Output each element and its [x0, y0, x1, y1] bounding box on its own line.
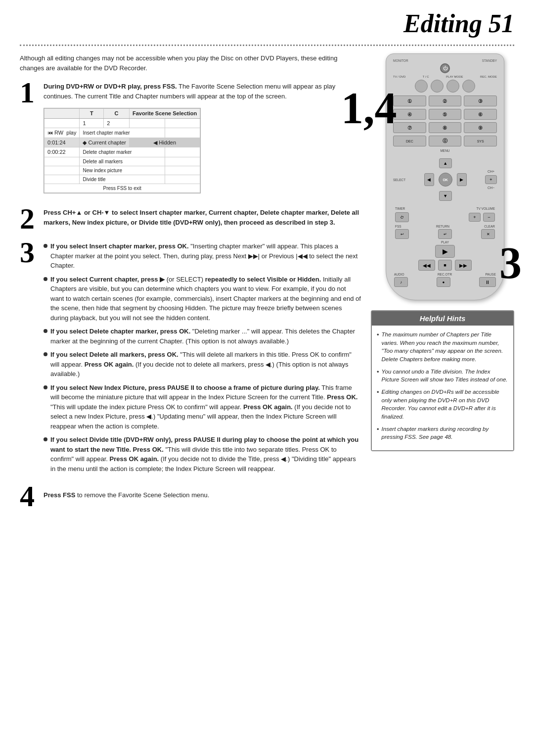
- rec-otr-label: REC.OTR: [438, 273, 452, 276]
- play-button[interactable]: ▶: [435, 245, 455, 258]
- rec-mode-label: REC. MODE: [480, 75, 497, 78]
- step-3: 3 If you select Insert chapter marker, p…: [20, 241, 361, 477]
- remote-section: 1,4 3 MONITOR STANDBY ⏻ TV / DVD T / C P…: [371, 53, 514, 300]
- vol-plus-button[interactable]: +: [469, 213, 481, 222]
- pause-button[interactable]: ⏸: [479, 277, 496, 287]
- tc-label: T / C: [423, 75, 429, 78]
- clear-label: CLEAR: [484, 225, 495, 228]
- step-3-content: If you select Insert chapter marker, pre…: [44, 241, 361, 477]
- fss-table: T C Favorite Scene Selection 1 2: [44, 108, 201, 193]
- play-label: PLAY: [393, 240, 497, 244]
- return-label: RETURN: [436, 225, 449, 228]
- btn-dec[interactable]: DEC: [393, 136, 426, 146]
- btn-0[interactable]: ⓪: [429, 136, 462, 146]
- pause-label: PAUSE: [485, 273, 496, 276]
- helpful-hints-title: Helpful Hints: [372, 311, 513, 326]
- timer-button[interactable]: ⏱: [395, 212, 409, 222]
- btn-6[interactable]: ⑥: [464, 109, 497, 120]
- step-4-number: 4: [20, 481, 39, 511]
- timer-label: TIMER: [395, 207, 405, 210]
- number-grid: ① ② ③ ④ ⑤ ⑥ ⑦ ⑧ ⑨ DEC ⓪ SYS: [393, 95, 497, 146]
- tv-volume-label: TV VOLUME: [476, 207, 495, 210]
- bullet-dot: [44, 244, 47, 248]
- left-column: Although all editing changes may not be …: [20, 53, 361, 511]
- helpful-hints-body: • The maximum number of Chapters per Tit…: [372, 326, 513, 450]
- hint-2: • You cannot undo a Title division. The …: [377, 368, 508, 384]
- hint-4: • Insert chapter markers during recordin…: [377, 425, 508, 441]
- audio-button[interactable]: ♪: [394, 277, 408, 287]
- ch-minus-label: CH−: [488, 186, 494, 189]
- fss-label: FSS: [395, 225, 401, 228]
- hint-text-2: You cannot undo a Title division. The In…: [382, 368, 508, 384]
- ch-plus-button[interactable]: ▲: [439, 158, 452, 168]
- btn-1[interactable]: ①: [393, 95, 426, 106]
- hint-text-4: Insert chapter markers during recording …: [382, 425, 508, 441]
- btn-system[interactable]: SYS: [464, 136, 497, 146]
- step-3-number: 3: [20, 237, 39, 267]
- page-title: Editing 51: [403, 9, 514, 38]
- rec-otr-button[interactable]: ●: [437, 277, 450, 287]
- standby-label: STANDBY: [482, 59, 497, 62]
- bullet-dot: [44, 352, 47, 356]
- remote-control: MONITOR STANDBY ⏻ TV / DVD T / C PLAY MO…: [386, 53, 504, 300]
- mode-buttons-row: [393, 80, 497, 93]
- monitor-label: MONITOR: [393, 59, 408, 62]
- hint-bullet-3: •: [377, 388, 379, 396]
- stop-button[interactable]: ■: [438, 260, 452, 271]
- rec-mode-button[interactable]: [462, 80, 475, 93]
- step-2-content: Press CH+▲ or CH-▼ to select Insert chap…: [44, 208, 361, 230]
- step-1-number: 1: [20, 78, 39, 107]
- step-2: 2 Press CH+▲ or CH-▼ to select Insert ch…: [20, 208, 361, 234]
- ch-minus-button[interactable]: ▼: [439, 191, 452, 201]
- plus-button[interactable]: +: [485, 175, 497, 184]
- hint-bullet-1: •: [377, 331, 379, 338]
- hint-text-3: Editing changes on DVD+Rs will be access…: [382, 388, 508, 421]
- nav-cluster: ▲ ◀ OK ▶ ▼: [423, 157, 468, 202]
- fss-button[interactable]: ↩: [395, 229, 409, 239]
- play-mode-label: PLAY MODE: [446, 75, 463, 78]
- clear-button[interactable]: ✕: [481, 229, 495, 239]
- step-1: 1 During DVD+RW or DVD+R play, press FSS…: [20, 82, 361, 200]
- nav-right-button[interactable]: ▶: [457, 173, 467, 186]
- hint-bullet-4: •: [377, 425, 379, 433]
- ok-button[interactable]: OK: [439, 173, 452, 187]
- btn-3[interactable]: ③: [464, 95, 497, 106]
- tv-dvd-button[interactable]: [415, 80, 428, 93]
- select-label: SELECT: [393, 178, 405, 182]
- hint-3: • Editing changes on DVD+Rs will be acce…: [377, 388, 508, 421]
- bullet-current-chapter: If you select Current chapter, press ▶ (…: [44, 275, 361, 323]
- tv-dvd-label: TV / DVD: [393, 75, 405, 78]
- hint-bullet-2: •: [377, 368, 379, 376]
- bullet-dot: [44, 385, 47, 389]
- btn-2[interactable]: ②: [429, 95, 462, 106]
- nav-left-button[interactable]: ◀: [424, 173, 434, 186]
- bullet-new-index: If you select New Index Picture, press P…: [44, 383, 361, 431]
- ch-plus-label: CH+: [488, 170, 494, 173]
- bullet-delete-all: If you select Delete all markers, press …: [44, 350, 361, 379]
- btn-9[interactable]: ⑨: [464, 122, 497, 133]
- bullet-delete-marker: If you select Delete chapter marker, pre…: [44, 327, 361, 346]
- standby-button[interactable]: ⏻: [440, 63, 450, 73]
- btn-5[interactable]: ⑤: [429, 109, 462, 120]
- hint-text-1: The maximum number of Chapters per Title…: [382, 331, 508, 364]
- bullet-divide-title: If you select Divide title (DVD+RW only)…: [44, 435, 361, 473]
- play-mode-button[interactable]: [446, 80, 459, 93]
- ff-button[interactable]: ▶▶: [455, 260, 472, 271]
- intro-text: Although all editing changes may not be …: [20, 53, 361, 73]
- bullet-dot: [44, 277, 47, 281]
- menu-label: MENU: [393, 149, 497, 152]
- step-1-content: During DVD+RW or DVD+R play, press FSS. …: [44, 82, 361, 200]
- vol-minus-button[interactable]: −: [483, 213, 495, 222]
- right-column: 1,4 3 MONITOR STANDBY ⏻ TV / DVD T / C P…: [371, 53, 514, 511]
- btn-7[interactable]: ⑦: [393, 122, 426, 133]
- bullet-dot: [44, 329, 47, 333]
- bullet-insert-chapter: If you select Insert chapter marker, pre…: [44, 241, 361, 271]
- step-2-number: 2: [20, 204, 39, 234]
- btn-4[interactable]: ④: [393, 109, 426, 120]
- btn-8[interactable]: ⑧: [429, 122, 462, 133]
- tc-button[interactable]: [431, 80, 444, 93]
- return-button[interactable]: ↵: [438, 229, 452, 239]
- section-divider: [20, 45, 514, 46]
- rewind-button[interactable]: ◀◀: [418, 260, 435, 271]
- step-overlay-3: 3: [499, 241, 522, 285]
